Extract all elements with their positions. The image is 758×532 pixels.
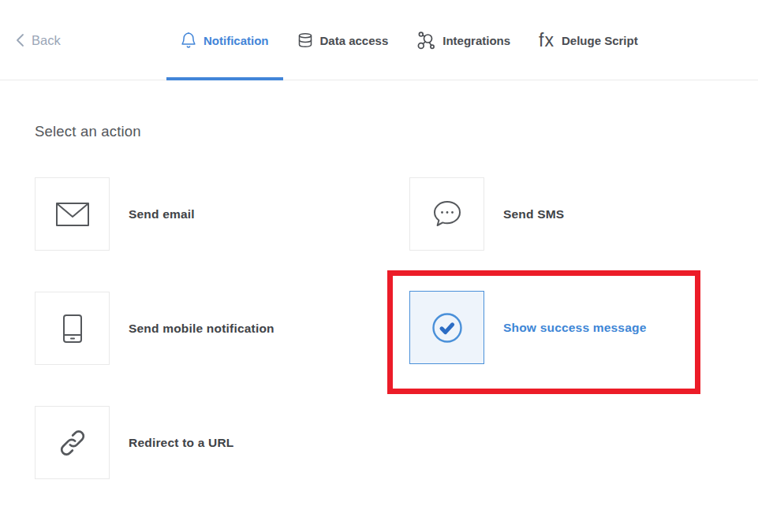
page-title: Select an action (35, 123, 141, 140)
action-label: Send SMS (503, 207, 564, 221)
tab-bar: Notification Data access (166, 0, 652, 80)
sms-tile (409, 177, 484, 251)
tab-deluge-script[interactable]: fx Deluge Script (525, 0, 652, 80)
fx-icon: fx (539, 32, 554, 50)
action-label: Send email (129, 207, 195, 221)
integrations-icon (416, 32, 435, 50)
action-label: Send mobile notification (129, 322, 274, 336)
action-send-mobile-notification[interactable]: Send mobile notification (35, 292, 274, 365)
action-send-email[interactable]: Send email (35, 177, 195, 251)
link-tile (35, 406, 110, 479)
tab-notification[interactable]: Notification (166, 0, 283, 80)
action-send-sms[interactable]: Send SMS (409, 177, 564, 251)
header: Back Notification (0, 0, 758, 80)
email-tile (35, 177, 110, 251)
bell-icon (181, 32, 196, 49)
action-redirect-to-url[interactable]: Redirect to a URL (35, 406, 233, 479)
sms-icon (431, 199, 464, 229)
tab-label: Integrations (442, 34, 510, 47)
mobile-tile (35, 292, 110, 365)
chevron-left-icon (16, 33, 24, 47)
email-icon (55, 202, 90, 227)
action-show-success-message[interactable]: Show success message (409, 291, 647, 364)
tab-label: Data access (320, 34, 389, 47)
tab-integrations[interactable]: Integrations (402, 0, 525, 80)
mobile-icon (62, 314, 83, 344)
link-icon (58, 428, 88, 458)
success-tile (409, 291, 484, 364)
action-label: Redirect to a URL (129, 436, 233, 450)
database-icon (297, 32, 313, 49)
back-button[interactable]: Back (16, 0, 61, 80)
success-check-icon (431, 311, 464, 344)
action-label: Show success message (503, 321, 647, 335)
action-selection-page: Back Notification (0, 0, 758, 532)
tab-label: Notification (204, 34, 269, 47)
tab-data-access[interactable]: Data access (283, 0, 403, 80)
tab-label: Deluge Script (562, 34, 638, 47)
back-label: Back (32, 33, 61, 48)
